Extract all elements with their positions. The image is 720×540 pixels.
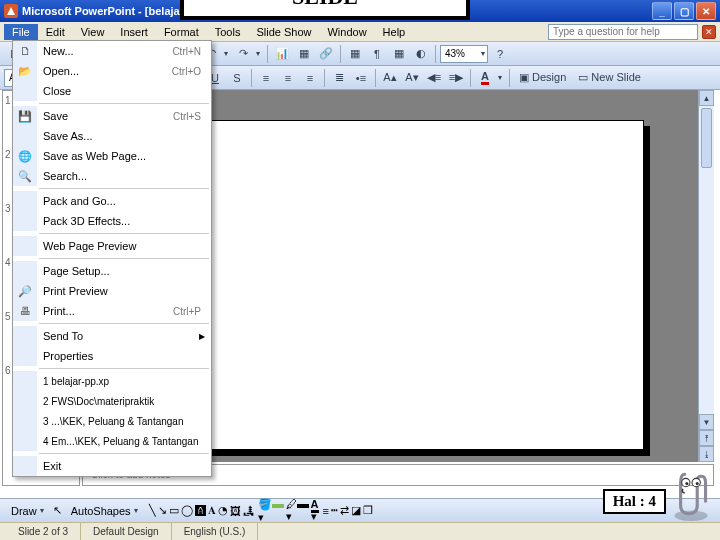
help-button[interactable]: ? [490, 44, 510, 64]
minimize-button[interactable]: _ [652, 2, 672, 20]
increase-font-button[interactable]: A▴ [380, 68, 400, 88]
align-center-button[interactable]: ≡ [278, 68, 298, 88]
align-left-button[interactable]: ≡ [256, 68, 276, 88]
file-menu-item[interactable]: 1 belajar-pp.xp [13, 371, 211, 391]
show-formatting-button[interactable]: ¶ [367, 44, 387, 64]
slide-canvas[interactable] [174, 120, 644, 450]
menu-slideshow[interactable]: Slide Show [248, 24, 319, 40]
file-menu-item[interactable]: Pack and Go... [13, 191, 211, 211]
svg-point-3 [685, 482, 688, 485]
menu-item-label: Print Preview [37, 285, 205, 297]
slide-design-button[interactable]: ▣ Design [514, 68, 571, 88]
redo-button[interactable]: ↷ [233, 44, 253, 64]
menu-view[interactable]: View [73, 24, 113, 40]
office-assistant-clippy[interactable] [670, 468, 712, 522]
document-close-button[interactable]: ✕ [702, 25, 716, 39]
insert-chart-button[interactable]: 📊 [272, 44, 292, 64]
file-menu-item[interactable]: 4 Em...\KEK, Peluang & Tantangan [13, 431, 211, 451]
textbox-tool-button[interactable]: 🅰 [195, 505, 206, 517]
insert-hyperlink-button[interactable]: 🔗 [316, 44, 336, 64]
file-menu-item[interactable]: Properties [13, 346, 211, 366]
shadow-button[interactable]: S [227, 68, 247, 88]
bullets-button[interactable]: •≡ [351, 68, 371, 88]
shadow-style-button[interactable]: ◪ [351, 504, 361, 517]
file-menu-item[interactable]: Save As... [13, 126, 211, 146]
menu-file[interactable]: File [4, 24, 38, 40]
align-right-button[interactable]: ≡ [300, 68, 320, 88]
menu-window[interactable]: Window [319, 24, 374, 40]
show-grid-button[interactable]: ▦ [389, 44, 409, 64]
line-color-button[interactable]: 🖊 [286, 498, 309, 510]
menu-item-label: Open... [37, 65, 172, 77]
arrow-tool-button[interactable]: ↘ [158, 504, 167, 517]
help-search-input[interactable] [548, 24, 698, 40]
font-color-dropdown[interactable]: ▾ [495, 73, 505, 82]
clipart-button[interactable]: 🖼 [230, 505, 241, 517]
font-color-button-draw[interactable]: A [311, 498, 319, 510]
maximize-button[interactable]: ▢ [674, 2, 694, 20]
menu-item-label: Save [37, 110, 173, 122]
insert-table-button[interactable]: ▦ [294, 44, 314, 64]
tables-borders-button[interactable]: ▦ [345, 44, 365, 64]
dash-style-button[interactable]: ┅ [331, 504, 338, 517]
insert-picture-button[interactable]: 🏞 [243, 505, 254, 517]
thumb-number: 5 [5, 311, 11, 322]
zoom-combo[interactable]: 43% [440, 45, 488, 63]
draw-menu-button[interactable]: Draw [4, 502, 51, 520]
save-icon: 💾 [13, 106, 37, 126]
arrow-style-button[interactable]: ⇄ [340, 504, 349, 517]
redo-dropdown[interactable]: ▾ [253, 49, 263, 58]
line-style-button[interactable]: ≡ [323, 505, 329, 517]
rectangle-tool-button[interactable]: ▭ [169, 504, 179, 517]
blank-icon [13, 236, 37, 256]
diagram-button[interactable]: ◔ [218, 504, 228, 517]
menu-help[interactable]: Help [375, 24, 414, 40]
decrease-indent-button[interactable]: ◀≡ [424, 68, 444, 88]
scroll-thumb[interactable] [701, 108, 712, 168]
scroll-up-button[interactable]: ▲ [699, 90, 714, 106]
file-menu-item[interactable]: 💾SaveCtrl+S [13, 106, 211, 126]
new-slide-button[interactable]: ▭ New Slide [573, 68, 646, 88]
vertical-scrollbar[interactable]: ▲ ▼ ⭱ ⭳ [698, 90, 714, 462]
page-label-overlay: Hal : 4 [603, 489, 666, 514]
file-menu-item[interactable]: Exit [13, 456, 211, 476]
prev-slide-button[interactable]: ⭱ [699, 430, 714, 446]
line-tool-button[interactable]: ╲ [149, 504, 156, 517]
menu-edit[interactable]: Edit [38, 24, 73, 40]
fill-color-button[interactable]: 🪣 [258, 498, 284, 511]
file-menu-item[interactable]: 🌐Save as Web Page... [13, 146, 211, 166]
window-close-button[interactable]: ✕ [696, 2, 716, 20]
select-objects-button[interactable]: ↖ [53, 504, 62, 517]
file-menu-item[interactable]: 📂Open...Ctrl+O [13, 61, 211, 81]
menu-format[interactable]: Format [156, 24, 207, 40]
menu-tools[interactable]: Tools [207, 24, 249, 40]
file-menu-item[interactable]: Close [13, 81, 211, 101]
font-color-button[interactable]: A [475, 68, 495, 88]
file-menu-item[interactable]: 🗋New...Ctrl+N [13, 41, 211, 61]
file-menu-item[interactable]: Send To▶ [13, 326, 211, 346]
scroll-down-button[interactable]: ▼ [699, 414, 714, 430]
file-menu-item[interactable]: 🔎Print Preview [13, 281, 211, 301]
file-menu-item[interactable]: 2 FWS\Doc\materipraktik [13, 391, 211, 411]
file-menu-item[interactable]: Pack 3D Effects... [13, 211, 211, 231]
menu-item-label: 2 FWS\Doc\materipraktik [37, 396, 205, 407]
decrease-font-button[interactable]: A▾ [402, 68, 422, 88]
file-menu-item[interactable]: Page Setup... [13, 261, 211, 281]
menu-item-label: Exit [37, 460, 205, 472]
menu-item-label: 3 ...\KEK, Peluang & Tantangan [37, 416, 205, 427]
menu-insert[interactable]: Insert [112, 24, 156, 40]
blank-icon [13, 326, 37, 346]
autoshapes-button[interactable]: AutoShapes [64, 502, 145, 520]
undo-dropdown[interactable]: ▾ [221, 49, 231, 58]
oval-tool-button[interactable]: ◯ [181, 504, 193, 517]
next-slide-button[interactable]: ⭳ [699, 446, 714, 462]
file-menu-item[interactable]: 🔍Search... [13, 166, 211, 186]
color-grayscale-button[interactable]: ◐ [411, 44, 431, 64]
wordart-button[interactable]: 𝐀 [208, 504, 216, 517]
increase-indent-button[interactable]: ≡▶ [446, 68, 466, 88]
3d-style-button[interactable]: ❒ [363, 504, 373, 517]
file-menu-item[interactable]: 🖶Print...Ctrl+P [13, 301, 211, 321]
numbering-button[interactable]: ≣ [329, 68, 349, 88]
file-menu-item[interactable]: 3 ...\KEK, Peluang & Tantangan [13, 411, 211, 431]
file-menu-item[interactable]: Web Page Preview [13, 236, 211, 256]
